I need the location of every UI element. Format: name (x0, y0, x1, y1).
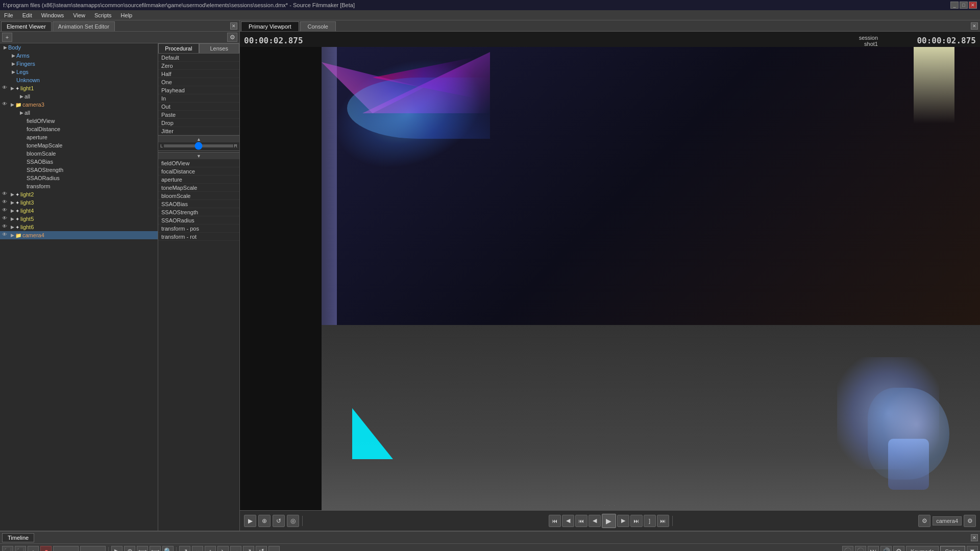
gear-button[interactable]: ⚙ (227, 33, 237, 42)
tl-icon-btn3[interactable]: ↑ (28, 546, 39, 552)
transport-step-forward[interactable]: ⏭ (630, 515, 643, 527)
transport-rewind[interactable]: ⏮ (549, 515, 561, 527)
vp-gear-btn[interactable]: ⚙ (964, 515, 976, 527)
proc-zero[interactable]: Zero (158, 62, 239, 70)
proc-tonemapscale[interactable]: toneMapScale (158, 184, 239, 192)
transport-bracket[interactable]: ] (644, 515, 656, 527)
tl-tool12[interactable]: ↺ (256, 546, 267, 552)
menu-edit[interactable]: Edit (20, 11, 34, 19)
tab-lenses[interactable]: Lenses (199, 43, 240, 53)
proc-fieldofview[interactable]: fieldOfView (158, 159, 239, 167)
tl-crosshair-tool[interactable]: ⊕ (124, 546, 135, 552)
eye-light3[interactable]: 👁 (2, 199, 9, 206)
proc-out[interactable]: Out (158, 103, 239, 111)
tl-headphones-left[interactable]: 🎧 (842, 546, 853, 552)
viewport-scene[interactable] (322, 47, 980, 510)
menu-scripts[interactable]: Scripts (92, 11, 114, 19)
tl-text-btn2[interactable] (80, 546, 106, 552)
tree-item-light3[interactable]: 👁 ▶ ✦ light3 (0, 198, 158, 207)
tab-console[interactable]: Console (300, 21, 336, 31)
proc-scroll-down[interactable]: ▼ (158, 152, 239, 159)
tree-item-fingers[interactable]: ▶ Fingers (8, 60, 158, 68)
transport-next-frame[interactable]: ▶ (617, 515, 629, 527)
minimize-button[interactable]: _ (950, 2, 959, 9)
vp-settings-btn[interactable]: ⚙ (918, 515, 930, 527)
transport-fast-forward[interactable]: ⏭ (657, 515, 669, 527)
proc-slider[interactable] (164, 144, 233, 147)
tree-item-unknown[interactable]: Unknown (8, 76, 158, 84)
add-button[interactable]: + (2, 33, 12, 42)
tree-item-focal[interactable]: focalDistance (24, 125, 158, 133)
proc-paste[interactable]: Paste (158, 111, 239, 119)
proc-half[interactable]: Half (158, 70, 239, 78)
tl-tool13[interactable]: ~ (268, 546, 280, 552)
tree-item-light2[interactable]: 👁 ▶ ✦ light2 (0, 190, 158, 198)
proc-ssaostrength[interactable]: SSAOStrength (158, 208, 239, 216)
proc-drop[interactable]: Drop (158, 119, 239, 127)
eye-light4[interactable]: 👁 (2, 207, 9, 214)
transport-step-back[interactable]: ⏮ (575, 515, 587, 527)
tab-timeline[interactable]: Timeline (2, 533, 34, 542)
vp-play-btn[interactable]: ▶ (244, 515, 256, 527)
vp-crosshair-btn[interactable]: ⊕ (258, 515, 271, 527)
tl-tool7[interactable]: ↔ (192, 546, 203, 552)
tree-item-ssaostrength[interactable]: SSAOStrength (24, 166, 158, 174)
tl-tool6[interactable]: ↗ (179, 546, 190, 552)
tree-item-transform[interactable]: transform (24, 182, 158, 190)
keymode-btn[interactable]: Keymode (906, 546, 939, 552)
tl-icon-btn2[interactable]: ⬛ (15, 546, 26, 552)
tl-settings-btn[interactable]: ⚙ (893, 546, 904, 552)
eye-light1[interactable]: 👁 (2, 85, 9, 92)
tree-item-legs[interactable]: ▶ Legs (8, 68, 158, 76)
transport-play[interactable]: ▶ (602, 514, 616, 528)
timeline-close[interactable]: ✕ (971, 534, 978, 541)
tl-skip-btn[interactable]: ⏭ (868, 546, 879, 552)
tl-record-btn[interactable]: ⏺ (40, 546, 52, 552)
tree-item-light5[interactable]: 👁 ▶ ✦ light5 (0, 215, 158, 223)
tl-move-tool[interactable]: ⟺ (137, 546, 148, 552)
eye-camera4[interactable]: 👁 (2, 232, 9, 239)
transport-stop[interactable]: ◀ (589, 515, 601, 527)
close-button[interactable]: ✕ (969, 2, 977, 9)
tab-animation-set-editor[interactable]: Animation Set Editor (53, 21, 115, 31)
proc-jitter[interactable]: Jitter (158, 127, 239, 135)
tl-tool11[interactable]: ↗ (243, 546, 254, 552)
proc-transform-pos[interactable]: transform - pos (158, 224, 239, 233)
tab-primary-viewport[interactable]: Primary Viewport (241, 21, 299, 31)
proc-ssaoradius[interactable]: SSAORadius (158, 216, 239, 224)
tl-tool10[interactable]: → (230, 546, 241, 552)
spline-btn[interactable]: Spline (940, 546, 965, 552)
proc-one[interactable]: One (158, 78, 239, 86)
proc-aperture[interactable]: aperture (158, 176, 239, 184)
proc-ssaobias[interactable]: SSAOBias (158, 200, 239, 208)
menu-windows[interactable]: Windows (39, 11, 66, 19)
tl-headphones-right[interactable]: 🎧 (855, 546, 866, 552)
tl-scale-tool[interactable]: ⟺ (150, 546, 161, 552)
left-panel-close[interactable]: ✕ (230, 22, 237, 30)
eye-light2[interactable]: 👁 (2, 191, 9, 198)
proc-bloomscale[interactable]: bloomScale (158, 192, 239, 200)
eye-light5[interactable]: 👁 (2, 215, 9, 222)
tree-item-all-camera3[interactable]: ▶ all (16, 109, 158, 117)
camera-label[interactable]: camera4 (933, 516, 962, 525)
tree-item-ssaobias[interactable]: SSAOBias (24, 158, 158, 166)
tree-item-aperture[interactable]: aperture (24, 133, 158, 141)
tree-item-body[interactable]: ▶ Body (0, 43, 158, 52)
tree-item-tonemap[interactable]: toneMapScale (24, 141, 158, 149)
tree-item-light1[interactable]: 👁 ▶ ✦ light1 (0, 84, 158, 92)
viewport-close[interactable]: ✕ (971, 22, 978, 30)
proc-scroll-up[interactable]: ▲ (158, 135, 239, 142)
tree-item-all-light1[interactable]: ▶ all (16, 92, 158, 101)
tl-icon-btn1[interactable]: ⬛ (2, 546, 13, 552)
menu-help[interactable]: Help (119, 11, 135, 19)
vp-cycle-btn[interactable]: ↺ (273, 515, 285, 527)
tree-item-fov[interactable]: fieldOfView (24, 117, 158, 125)
tl-tool9[interactable]: ↘ (217, 546, 229, 552)
vp-circle-btn[interactable]: ◎ (287, 515, 299, 527)
tab-element-viewer[interactable]: Element Viewer (1, 21, 52, 31)
proc-playhead[interactable]: Playhead (158, 86, 239, 94)
menu-view[interactable]: View (71, 11, 87, 19)
tl-arrow-tool[interactable]: ▶ (111, 546, 122, 552)
proc-focaldistance[interactable]: focalDistance (158, 167, 239, 176)
eye-camera3[interactable]: 👁 (2, 101, 9, 108)
